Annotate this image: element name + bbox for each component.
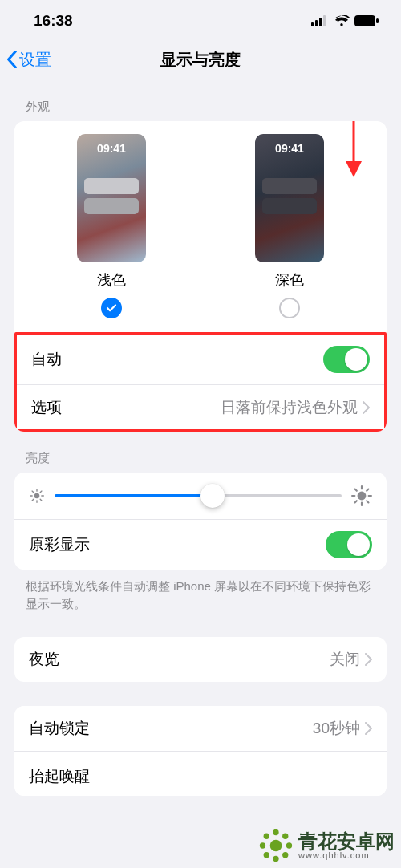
auto-row: 自动 <box>17 335 384 384</box>
brightness-header: 亮度 <box>0 432 401 473</box>
svg-line-13 <box>40 499 42 501</box>
status-right <box>311 15 379 26</box>
theme-dark-label: 深色 <box>275 270 304 290</box>
auto-lock-label: 自动锁定 <box>29 718 90 739</box>
page-title: 显示与亮度 <box>160 49 241 71</box>
nav-bar: 设置 显示与亮度 <box>0 39 401 80</box>
status-time: 16:38 <box>34 12 73 30</box>
theme-picker: 09:41 浅色 09:41 深色 <box>14 121 387 333</box>
svg-line-15 <box>40 491 42 493</box>
svg-point-31 <box>282 834 288 839</box>
svg-rect-0 <box>311 22 314 26</box>
theme-dark[interactable]: 09:41 深色 <box>255 134 324 318</box>
back-label: 设置 <box>19 49 51 71</box>
svg-line-22 <box>367 501 368 502</box>
options-value: 日落前保持浅色外观 <box>221 397 358 418</box>
appearance-card: 09:41 浅色 09:41 深色 自动 <box>14 121 387 432</box>
night-shift-card: 夜览 关闭 <box>14 637 387 682</box>
watermark: 青花安卓网 www.qhhlv.com <box>258 828 395 863</box>
svg-point-25 <box>270 840 282 852</box>
svg-rect-4 <box>354 15 375 26</box>
night-shift-label: 夜览 <box>29 649 59 670</box>
theme-light-label: 浅色 <box>97 270 126 290</box>
truetone-toggle[interactable] <box>326 531 372 558</box>
svg-line-14 <box>32 499 34 501</box>
status-bar: 16:38 <box>0 0 401 39</box>
battery-icon <box>354 15 379 26</box>
chevron-right-icon <box>365 722 372 735</box>
night-shift-row[interactable]: 夜览 关闭 <box>14 637 387 682</box>
truetone-row: 原彩显示 <box>14 520 387 570</box>
svg-point-30 <box>264 834 269 839</box>
auto-label: 自动 <box>31 349 62 370</box>
auto-toggle[interactable] <box>323 346 370 373</box>
theme-light-preview: 09:41 <box>77 134 146 262</box>
watermark-url: www.qhhlv.com <box>298 851 395 860</box>
gear-icon <box>258 828 294 863</box>
night-shift-value: 关闭 <box>330 649 360 670</box>
svg-point-28 <box>260 842 265 848</box>
svg-point-16 <box>358 492 367 501</box>
theme-light-radio[interactable] <box>101 298 122 318</box>
chevron-right-icon <box>365 653 372 666</box>
chevron-left-icon <box>6 51 18 68</box>
svg-rect-2 <box>319 18 322 26</box>
theme-dark-radio[interactable] <box>279 298 300 318</box>
watermark-brand: 青花安卓网 <box>298 832 395 851</box>
annotation-highlight: 自动 选项 日落前保持浅色外观 <box>14 332 387 432</box>
raise-to-wake-label: 抬起唤醒 <box>29 766 90 787</box>
auto-lock-value: 30秒钟 <box>313 718 360 739</box>
check-icon <box>106 302 117 314</box>
sun-large-icon <box>351 485 372 506</box>
svg-point-33 <box>282 852 288 858</box>
svg-line-12 <box>32 491 34 493</box>
preview-clock: 09:41 <box>77 142 146 155</box>
brightness-slider-row <box>14 473 387 520</box>
brightness-slider[interactable] <box>55 494 342 497</box>
preview-clock: 09:41 <box>255 142 324 155</box>
svg-point-32 <box>264 852 269 858</box>
chevron-right-icon <box>363 401 370 414</box>
theme-dark-preview: 09:41 <box>255 134 324 262</box>
theme-light[interactable]: 09:41 浅色 <box>77 134 146 318</box>
truetone-note: 根据环境光线条件自动调整 iPhone 屏幕以在不同环境下保持色彩显示一致。 <box>0 570 401 613</box>
lock-card: 自动锁定 30秒钟 抬起唤醒 <box>14 706 387 796</box>
svg-rect-1 <box>315 20 318 26</box>
svg-line-21 <box>355 489 357 491</box>
wifi-icon <box>334 15 350 26</box>
svg-point-29 <box>286 842 292 848</box>
svg-point-27 <box>273 856 278 862</box>
auto-lock-row[interactable]: 自动锁定 30秒钟 <box>14 706 387 751</box>
appearance-header: 外观 <box>0 80 401 121</box>
options-row[interactable]: 选项 日落前保持浅色外观 <box>17 384 384 429</box>
svg-rect-5 <box>376 18 379 23</box>
svg-point-7 <box>34 493 40 499</box>
svg-line-24 <box>367 489 368 491</box>
options-label: 选项 <box>31 397 62 418</box>
svg-line-23 <box>355 501 357 502</box>
sun-small-icon <box>29 488 45 504</box>
truetone-label: 原彩显示 <box>29 534 90 555</box>
cellular-icon <box>311 15 329 26</box>
back-button[interactable]: 设置 <box>6 49 51 71</box>
brightness-card: 原彩显示 <box>14 473 387 570</box>
svg-rect-3 <box>323 15 326 26</box>
svg-point-26 <box>273 829 278 835</box>
raise-to-wake-row: 抬起唤醒 <box>14 751 387 796</box>
